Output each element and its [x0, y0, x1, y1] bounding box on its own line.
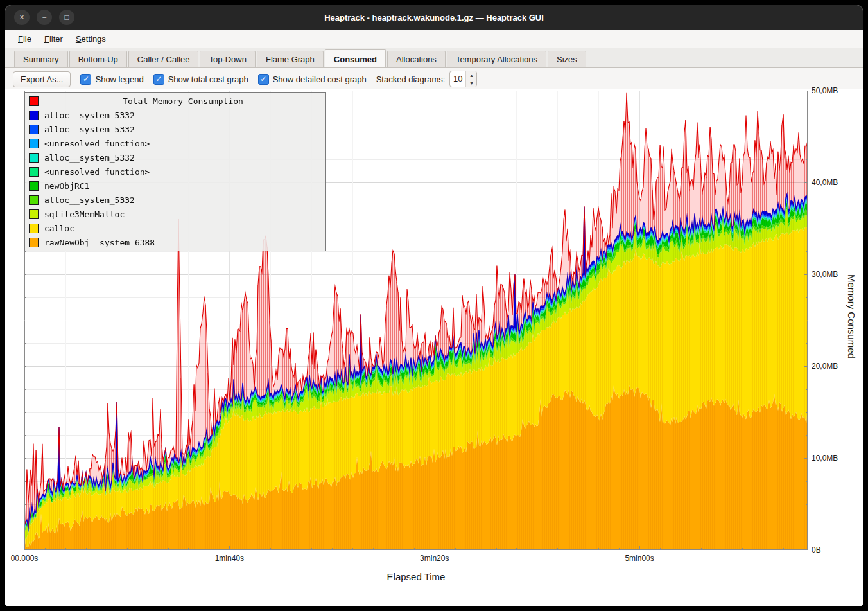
spin-up-button[interactable]: ▲	[466, 71, 476, 79]
legend-swatch	[29, 238, 39, 247]
checkbox-box: ✓	[80, 74, 91, 85]
title-bar: ×−□ Heaptrack - heaptrack.wakunode.1.gz …	[5, 5, 863, 30]
spin-down-button[interactable]: ▼	[466, 79, 476, 87]
tab-top-down[interactable]: Top-Down	[200, 51, 256, 67]
tab-sizes[interactable]: Sizes	[548, 51, 586, 67]
legend-item-label: calloc	[44, 224, 74, 233]
checkbox-show-legend[interactable]: ✓Show legend	[80, 74, 143, 85]
legend-item-sqlite3memmalloc: sqlite3MemMalloc	[25, 207, 326, 221]
legend-swatch	[29, 195, 39, 205]
checkbox-group: ✓Show legend✓Show total cost graph✓Show …	[80, 74, 366, 85]
y-tick-label: 10,0MB	[812, 454, 838, 463]
window-title: Heaptrack - heaptrack.wakunode.1.gz — He…	[5, 13, 863, 22]
legend-item-alloc-system-5332: alloc__system_5332	[25, 193, 326, 207]
spin-buttons: ▲ ▼	[465, 71, 476, 87]
checkbox-show-detailed-cost-graph[interactable]: ✓Show detailed cost graph	[258, 74, 367, 85]
legend-item-label: sqlite3MemMalloc	[44, 209, 125, 219]
y-axis-title: Memory Consumed	[846, 274, 857, 359]
tab-summary[interactable]: Summary	[14, 51, 68, 67]
tab-consumed[interactable]: Consumed	[325, 49, 386, 67]
stacked-diagrams-group: Stacked diagrams: 10 ▲ ▼	[376, 71, 478, 87]
export-as-button[interactable]: Export As...	[13, 71, 71, 87]
checkbox-box: ✓	[258, 74, 269, 85]
checkbox-box: ✓	[153, 74, 164, 85]
x-tick-label: 1min40s	[215, 554, 244, 563]
x-tick-label: 5min00s	[625, 554, 654, 563]
y-tick-label: 30,0MB	[812, 270, 838, 279]
legend-item-unresolved-function: <unresolved function>	[25, 136, 326, 150]
legend-item-alloc-system-5332: alloc__system_5332	[25, 108, 326, 122]
legend-swatch	[29, 125, 39, 134]
y-tick-label: 0B	[812, 545, 821, 554]
y-tick-label: 20,0MB	[812, 362, 838, 371]
toolbar: Export As... ✓Show legend✓Show total cos…	[5, 68, 863, 90]
legend-item-alloc-system-5332: alloc__system_5332	[25, 150, 326, 164]
x-tick-label: 00.000s	[11, 554, 39, 563]
legend-item-unresolved-function: <unresolved function>	[25, 164, 326, 179]
legend-item-label: alloc__system_5332	[44, 195, 135, 205]
legend-swatch	[29, 111, 39, 120]
x-tick-label: 3min20s	[420, 554, 449, 563]
heaptrack-window: ×−□ Heaptrack - heaptrack.wakunode.1.gz …	[5, 5, 863, 606]
tab-flame-graph[interactable]: Flame Graph	[257, 51, 324, 67]
tab-allocations[interactable]: Allocations	[387, 51, 446, 67]
legend-swatch	[29, 153, 39, 163]
window-controls: ×−□	[14, 10, 74, 25]
tab-bottom-up[interactable]: Bottom-Up	[69, 51, 127, 67]
tab-bar: SummaryBottom-UpCaller / CalleeTop-DownF…	[5, 48, 863, 68]
legend-swatch	[29, 139, 39, 148]
checkbox-show-total-cost-graph[interactable]: ✓Show total cost graph	[153, 74, 248, 85]
legend-item-label: alloc__system_5332	[44, 125, 135, 134]
y-tick-label: 50,0MB	[812, 86, 838, 95]
legend-item-alloc-system-5332: alloc__system_5332	[25, 122, 326, 136]
menu-bar: FileFilterSettings	[5, 30, 863, 48]
chart-legend: Total Memory Consumption alloc__system_5…	[24, 92, 326, 251]
maximize-button[interactable]: □	[59, 10, 74, 25]
chart-region: Total Memory Consumption alloc__system_5…	[5, 89, 863, 606]
legend-title: Total Memory Consumption	[44, 96, 322, 106]
legend-item-label: alloc__system_5332	[44, 153, 135, 163]
checkbox-label: Show detailed cost graph	[273, 75, 367, 84]
menu-file[interactable]: File	[12, 32, 38, 46]
legend-item-label: <unresolved function>	[44, 167, 150, 177]
legend-swatch	[29, 209, 39, 219]
checkbox-label: Show total cost graph	[168, 75, 248, 84]
x-axis-title: Elapsed Time	[24, 571, 808, 582]
y-tick-label: 40,0MB	[812, 178, 838, 187]
menu-filter[interactable]: Filter	[38, 32, 69, 46]
tab-caller-callee[interactable]: Caller / Callee	[128, 51, 199, 67]
close-button[interactable]: ×	[14, 10, 30, 25]
checkbox-label: Show legend	[95, 75, 143, 84]
tab-temporary-allocations[interactable]: Temporary Allocations	[447, 51, 546, 67]
legend-item-calloc: calloc	[25, 221, 326, 235]
legend-item-label: newObjRC1	[44, 181, 89, 191]
legend-item-label: alloc__system_5332	[44, 111, 135, 120]
stacked-diagrams-spinbox[interactable]: 10 ▲ ▼	[449, 71, 477, 87]
menu-settings[interactable]: Settings	[69, 32, 112, 46]
legend-swatch	[29, 224, 39, 233]
legend-title-row: Total Memory Consumption	[25, 94, 326, 108]
legend-swatch	[29, 181, 39, 191]
legend-item-newobjrc1: newObjRC1	[25, 179, 326, 193]
stacked-diagrams-label: Stacked diagrams:	[376, 75, 446, 84]
legend-item-label: <unresolved function>	[44, 139, 150, 148]
minimize-button[interactable]: −	[37, 10, 52, 25]
legend-title-swatch	[29, 96, 39, 106]
legend-swatch	[29, 167, 39, 177]
stacked-diagrams-value[interactable]: 10	[450, 71, 465, 87]
legend-item-label: rawNewObj__system_6388	[44, 238, 155, 247]
legend-item-rawnewobj-system-6388: rawNewObj__system_6388	[25, 235, 326, 249]
